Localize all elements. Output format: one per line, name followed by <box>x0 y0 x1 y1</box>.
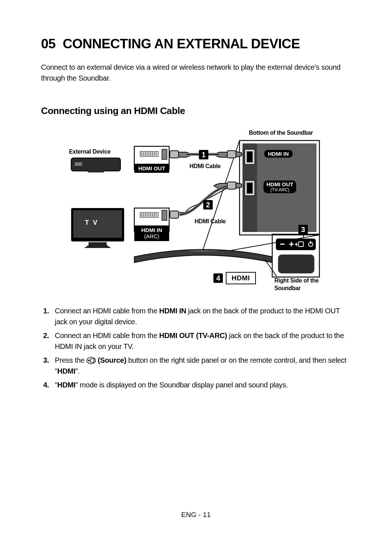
label-hdmi-in-pill: HDMI IN <box>264 150 293 158</box>
connection-diagram: Bottom of the Soundbar External Device H… <box>69 130 323 297</box>
step-4-c: " mode is displayed on the Soundbar disp… <box>75 381 288 389</box>
section-title: 05 CONNECTING AN EXTERNAL DEVICE <box>41 36 351 52</box>
svg-rect-30 <box>140 212 158 217</box>
subheading: Connecting using an HDMI Cable <box>41 105 351 117</box>
label-hdmi-in-arc-l2: (ARC) <box>137 233 166 239</box>
label-right-side: Right Side of the Soundbar <box>274 277 325 292</box>
svg-rect-28 <box>89 242 107 245</box>
label-bottom-of-soundbar: Bottom of the Soundbar <box>245 130 317 136</box>
section-number: 05 <box>41 36 56 51</box>
label-tv: T V <box>85 219 98 227</box>
label-hdmi-out-tvarc: HDMI OUT (TV-ARC) <box>264 180 296 193</box>
svg-rect-13 <box>140 151 158 156</box>
svg-point-43 <box>189 250 218 252</box>
svg-rect-25 <box>227 151 236 158</box>
badge-2: 2 <box>203 200 213 209</box>
step-4-a: " <box>55 381 57 389</box>
step-4-b: HDMI <box>57 381 75 389</box>
svg-rect-57 <box>90 359 94 362</box>
svg-rect-24 <box>170 151 179 158</box>
label-hdmi-out-tvarc-l2: (TV-ARC) <box>266 187 293 192</box>
step-2-b: HDMI OUT (TV-ARC) <box>159 331 227 339</box>
steps-list: Connect an HDMI cable from the HDMI IN j… <box>41 305 351 390</box>
badge-3: 3 <box>298 225 308 234</box>
svg-rect-40 <box>162 210 167 220</box>
step-3-e: ". <box>75 367 80 375</box>
label-hdmi-in-arc-l1: HDMI IN <box>137 227 166 233</box>
svg-rect-49 <box>291 242 292 247</box>
svg-rect-11 <box>88 170 104 172</box>
step-1-a: Connect an HDMI cable from the <box>55 307 159 315</box>
step-3-b: (Source) <box>96 356 126 364</box>
step-1: Connect an HDMI cable from the HDMI IN j… <box>41 305 351 327</box>
label-hdmi-out-tvarc-l1: HDMI OUT <box>266 181 293 187</box>
badge-1: 1 <box>199 150 208 159</box>
step-1-b: HDMI IN <box>159 307 187 315</box>
svg-rect-10 <box>75 162 82 166</box>
badge-4: 4 <box>213 273 223 283</box>
svg-rect-53 <box>278 255 314 273</box>
svg-rect-4 <box>247 151 253 162</box>
label-hdmi-cable-2: HDMI Cable <box>195 218 226 225</box>
label-right-side-l1: Right Side of the <box>274 277 319 284</box>
step-3-d: HDMI <box>57 367 75 375</box>
label-hdmi-in-arc: HDMI IN (ARC) <box>134 225 169 241</box>
label-hdmi-out: HDMI OUT <box>134 164 169 173</box>
step-3: Press the (Source) button on the right s… <box>41 355 351 377</box>
page-footer: ENG - 11 <box>0 511 392 519</box>
step-4: "HDMI" mode is displayed on the Soundbar… <box>41 379 351 390</box>
source-icon <box>86 356 96 363</box>
svg-rect-6 <box>247 183 253 194</box>
label-hdmi-mode-box: HDMI <box>226 272 256 284</box>
label-external-device: External Device <box>69 149 111 155</box>
svg-rect-41 <box>170 211 179 218</box>
svg-rect-42 <box>227 182 236 189</box>
label-right-side-l2: Soundbar <box>274 285 301 291</box>
svg-rect-23 <box>162 149 167 159</box>
step-3-a: Press the <box>55 356 86 364</box>
intro-paragraph: Connect to an external device via a wire… <box>41 62 351 84</box>
section-title-text: CONNECTING AN EXTERNAL DEVICE <box>63 36 300 51</box>
label-hdmi-cable-1: HDMI Cable <box>189 163 221 170</box>
svg-rect-47 <box>280 244 285 245</box>
step-2-a: Connect an HDMI cable from the <box>55 331 159 339</box>
step-2: Connect an HDMI cable from the HDMI OUT … <box>41 330 351 352</box>
